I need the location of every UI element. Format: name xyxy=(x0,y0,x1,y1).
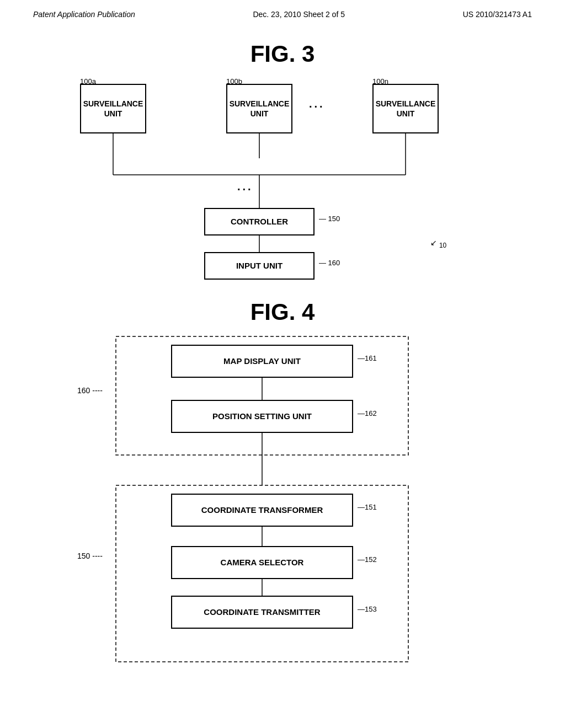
page-header: Patent Application Publication Dec. 23, … xyxy=(0,0,565,24)
ref-100a: 100a xyxy=(80,77,96,85)
ref-160: — 160 xyxy=(319,259,340,267)
header-left: Patent Application Publication xyxy=(33,10,135,19)
fig3-title: FIG. 3 xyxy=(33,41,532,67)
fig3-diagram: SURVEILLANCEUNIT 100a SURVEILLANCEUNIT 1… xyxy=(33,73,532,277)
fig4-section: FIG. 4 160 ---- MAP DISPLAY UNIT — xyxy=(0,288,565,689)
ref-100n: 100n xyxy=(372,77,388,85)
ref-150: — 150 xyxy=(319,215,340,223)
ref-162: —162 xyxy=(358,409,377,417)
fig3-section: FIG. 3 SURVEILLANCEUNIT 100a xyxy=(0,24,565,288)
position-setting-unit: POSITION SETTING UNIT xyxy=(171,400,353,433)
coordinate-transformer: COORDINATE TRANSFORMER xyxy=(171,494,353,527)
label-160: 160 ---- xyxy=(77,386,103,395)
camera-selector: CAMERA SELECTOR xyxy=(171,546,353,579)
surveillance-unit-a: SURVEILLANCEUNIT xyxy=(80,84,146,133)
label-150: 150 ---- xyxy=(77,552,103,560)
dots-fig3-top: ··· xyxy=(309,100,325,113)
fig4-diagram: 160 ---- MAP DISPLAY UNIT —161 POSITION … xyxy=(33,331,532,673)
ref-10: ↙ 10 xyxy=(430,238,446,249)
header-right: US 2010/321473 A1 xyxy=(463,10,532,19)
ref-152: —152 xyxy=(358,555,377,564)
surveillance-unit-n: SURVEILLANCEUNIT xyxy=(372,84,439,133)
surveillance-unit-b: SURVEILLANCEUNIT xyxy=(226,84,292,133)
ref-151: —151 xyxy=(358,503,377,511)
ref-153: —153 xyxy=(358,605,377,613)
controller-box: CONTROLLER xyxy=(204,208,315,235)
map-display-unit: MAP DISPLAY UNIT xyxy=(171,345,353,378)
ref-100b: 100b xyxy=(226,77,242,85)
dots-fig3-mid: ··· xyxy=(237,183,253,196)
input-unit-box: INPUT UNIT xyxy=(204,252,315,280)
fig4-title: FIG. 4 xyxy=(33,299,532,325)
coordinate-transmitter: COORDINATE TRANSMITTER xyxy=(171,596,353,629)
ref-161: —161 xyxy=(358,354,377,362)
header-center: Dec. 23, 2010 Sheet 2 of 5 xyxy=(253,10,345,19)
